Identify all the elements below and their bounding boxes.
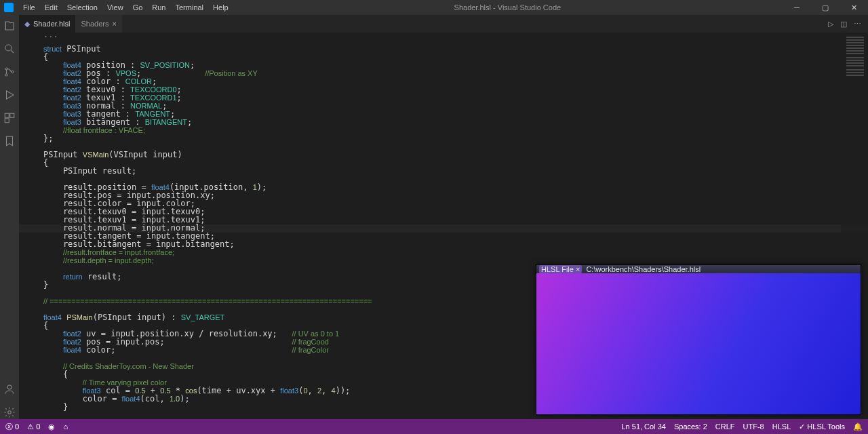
svg-point-2	[5, 74, 7, 76]
status-live-icon[interactable]: ◉	[48, 422, 55, 431]
more-actions-icon[interactable]: ⋯	[854, 20, 861, 28]
source-control-icon[interactable]	[3, 65, 16, 79]
status-language[interactable]: HLSL	[772, 422, 791, 431]
shader-preview-window[interactable]: HLSL File × C:\workbench\Shaders\Shader.…	[536, 264, 861, 415]
svg-rect-6	[5, 119, 9, 123]
search-icon[interactable]	[3, 42, 16, 56]
status-warnings[interactable]: ⚠ 0	[27, 422, 40, 431]
status-ln-col[interactable]: Ln 51, Col 34	[621, 422, 665, 431]
svg-point-3	[12, 71, 14, 73]
menu-selection[interactable]: Selection	[63, 2, 102, 13]
run-file-icon[interactable]: ▷	[828, 20, 833, 28]
menu-help[interactable]: Help	[209, 2, 233, 13]
tab-shaders[interactable]: Shaders ×	[75, 15, 121, 33]
status-errors[interactable]: ⓧ 0	[5, 422, 19, 432]
close-button[interactable]: ✕	[840, 0, 868, 15]
close-icon[interactable]: ×	[112, 20, 116, 28]
window-controls: ─ ▢ ✕	[783, 0, 868, 15]
svg-point-7	[7, 385, 12, 389]
fold-ellipsis: ···	[19, 33, 868, 41]
status-encoding[interactable]: UTF-8	[743, 422, 764, 431]
vscode-icon	[4, 3, 14, 12]
preview-titlebar[interactable]: HLSL File × C:\workbench\Shaders\Shader.…	[536, 265, 861, 273]
tab-label: Shader.hlsl	[33, 20, 70, 28]
editor[interactable]: ··· struct PSInput { float4 position : S…	[19, 33, 868, 419]
status-notifications-icon[interactable]: 🔔	[853, 422, 863, 431]
preview-path: C:\workbench\Shaders\Shader.hlsl	[586, 265, 701, 273]
maximize-button[interactable]: ▢	[811, 0, 840, 15]
menu-edit[interactable]: Edit	[41, 2, 62, 13]
svg-point-0	[5, 45, 12, 51]
svg-point-8	[8, 411, 12, 414]
status-home-icon[interactable]: ⌂	[63, 422, 68, 431]
preview-surface	[536, 273, 861, 414]
preview-tag: HLSL File ×	[539, 265, 582, 273]
status-spaces[interactable]: Spaces: 2	[674, 422, 707, 431]
menu-view[interactable]: View	[103, 2, 127, 13]
svg-rect-5	[10, 113, 14, 117]
explorer-icon[interactable]	[3, 19, 16, 33]
tab-label: Shaders	[81, 20, 108, 28]
menu-go[interactable]: Go	[129, 2, 147, 13]
account-icon[interactable]	[3, 382, 16, 396]
extensions-icon[interactable]	[3, 111, 16, 125]
split-editor-icon[interactable]: ◫	[840, 20, 847, 28]
status-hlsl-tools[interactable]: ✓ HLSL Tools	[799, 422, 845, 431]
editor-tabs: ◆ Shader.hlsl Shaders × ▷ ◫ ⋯	[19, 15, 868, 33]
menu-bar: File Edit Selection View Go Run Terminal…	[19, 2, 233, 13]
hlsl-file-icon: ◆	[24, 20, 30, 28]
run-debug-icon[interactable]	[3, 88, 16, 102]
settings-gear-icon[interactable]	[3, 406, 16, 419]
status-bar: ⓧ 0 ⚠ 0 ◉ ⌂ Ln 51, Col 34 Spaces: 2 CRLF…	[0, 419, 868, 434]
bookmark-icon[interactable]	[3, 134, 16, 148]
menu-terminal[interactable]: Terminal	[172, 2, 208, 13]
tab-shader-hlsl[interactable]: ◆ Shader.hlsl	[19, 15, 75, 33]
window-title: Shader.hlsl - Visual Studio Code	[233, 3, 783, 12]
activity-bar	[0, 15, 19, 419]
title-bar: File Edit Selection View Go Run Terminal…	[0, 0, 868, 15]
svg-rect-4	[5, 113, 9, 117]
menu-run[interactable]: Run	[148, 2, 170, 13]
menu-file[interactable]: File	[19, 2, 39, 13]
status-eol[interactable]: CRLF	[715, 422, 735, 431]
svg-point-1	[5, 68, 7, 70]
minimize-button[interactable]: ─	[783, 0, 811, 15]
